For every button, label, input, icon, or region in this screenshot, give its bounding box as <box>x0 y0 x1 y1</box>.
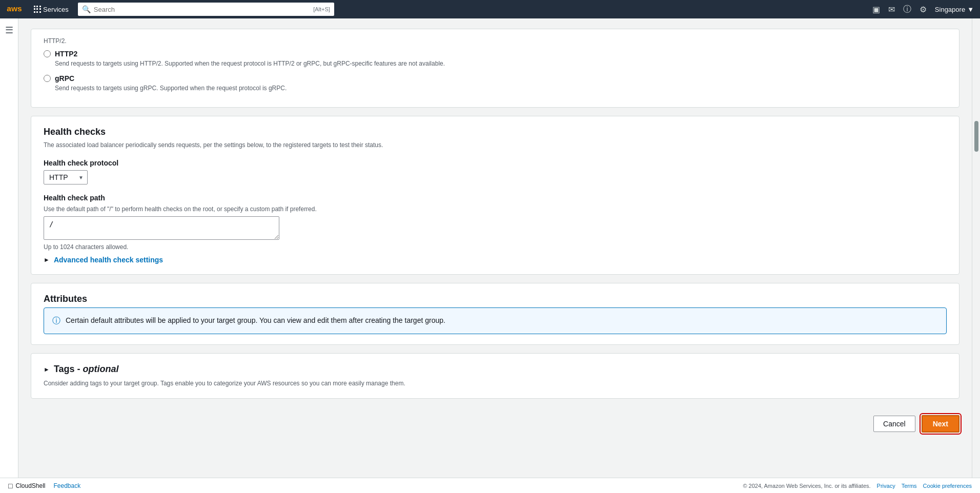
health-check-protocol-select[interactable]: HTTP HTTPS <box>44 170 88 184</box>
http2-option: HTTP2 Send requests to targets using HTT… <box>44 50 947 68</box>
protocol-options-card: HTTP/2. HTTP2 Send requests to targets u… <box>31 29 959 108</box>
terms-link[interactable]: Terms <box>902 483 917 489</box>
http2-desc: Send requests to targets using HTTP/2. S… <box>55 59 947 68</box>
attributes-info-box: ⓘ Certain default attributes will be app… <box>44 307 947 334</box>
protocol-select-wrapper: HTTP HTTPS <box>44 170 88 184</box>
path-field-label: Health check path <box>44 194 947 202</box>
grpc-option: gRPC Send requests to targets using gRPC… <box>44 74 947 93</box>
health-check-path-input[interactable]: / <box>44 216 279 240</box>
grpc-radio[interactable] <box>44 75 51 82</box>
health-checks-title: Health checks <box>44 127 947 137</box>
tags-header: ► Tags - optional <box>44 364 947 375</box>
nav-right-icons: ▣ ✉ ⓘ ⚙ Singapore ▼ <box>872 4 974 15</box>
top-navigation: aws Services 🔍 [Alt+S] ▣ ✉ ⓘ ⚙ Singapore… <box>0 0 980 18</box>
terminal-icon[interactable]: ▣ <box>872 5 880 14</box>
protocol-field-label: Health check protocol <box>44 159 947 167</box>
http2-label[interactable]: HTTP2 <box>55 50 77 58</box>
http2-prefix-text: HTTP/2. <box>44 37 947 45</box>
help-icon[interactable]: ⓘ <box>903 4 911 15</box>
cancel-button[interactable]: Cancel <box>873 416 915 432</box>
next-button[interactable]: Next <box>922 415 959 433</box>
tags-section: ► Tags - optional Consider adding tags t… <box>31 353 959 399</box>
services-label: Services <box>43 6 69 13</box>
expand-arrow-icon: ► <box>44 256 50 263</box>
search-input[interactable] <box>94 6 310 13</box>
right-scrollbar-panel <box>972 18 980 478</box>
cloudshell-label: CloudShell <box>15 482 45 489</box>
region-label: Singapore <box>935 6 965 13</box>
health-checks-desc: The associated load balancer periodicall… <box>44 140 947 150</box>
tags-title: Tags - optional <box>54 364 119 375</box>
cloudshell-icon: □ <box>8 482 12 490</box>
settings-icon[interactable]: ⚙ <box>920 5 927 14</box>
bottom-bar: □ CloudShell Feedback © 2024, Amazon Web… <box>0 478 980 493</box>
copyright-text: © 2024, Amazon Web Services, Inc. or its… <box>743 483 870 489</box>
region-selector[interactable]: Singapore ▼ <box>935 6 974 13</box>
main-layout: ☰ HTTP/2. HTTP2 Send requests to targets… <box>0 18 980 478</box>
main-content: HTTP/2. HTTP2 Send requests to targets u… <box>18 18 972 478</box>
cookie-link[interactable]: Cookie preferences <box>923 483 972 489</box>
aws-logo[interactable]: aws <box>6 4 25 14</box>
health-checks-section: Health checks The associated load balanc… <box>31 116 959 275</box>
tags-expand-icon: ► <box>44 366 50 373</box>
hamburger-icon[interactable]: ☰ <box>5 25 13 36</box>
path-field-note: Up to 1024 characters allowed. <box>44 243 947 251</box>
svg-text:aws: aws <box>7 4 22 13</box>
grpc-desc: Send requests to targets using gRPC. Sup… <box>55 84 947 93</box>
bell-icon[interactable]: ✉ <box>888 5 895 14</box>
search-shortcut: [Alt+S] <box>313 6 330 12</box>
grpc-label[interactable]: gRPC <box>55 74 74 83</box>
search-icon: 🔍 <box>82 5 91 13</box>
feedback-button[interactable]: Feedback <box>54 482 81 489</box>
advanced-label[interactable]: Advanced health check settings <box>54 256 163 264</box>
tags-desc: Consider adding tags to your target grou… <box>44 379 947 388</box>
attributes-info-text: Certain default attributes will be appli… <box>66 315 445 326</box>
cloudshell-button[interactable]: □ CloudShell <box>8 482 46 490</box>
info-icon: ⓘ <box>52 316 60 326</box>
services-button[interactable]: Services <box>31 4 72 15</box>
grid-icon <box>34 6 41 13</box>
sidebar-toggle[interactable]: ☰ <box>0 18 18 478</box>
attributes-section: Attributes ⓘ Certain default attributes … <box>31 283 959 345</box>
privacy-link[interactable]: Privacy <box>877 483 895 489</box>
advanced-health-check-toggle[interactable]: ► Advanced health check settings <box>44 256 947 264</box>
scrollbar-thumb[interactable] <box>974 121 978 152</box>
chevron-down-icon: ▼ <box>967 6 974 13</box>
search-bar[interactable]: 🔍 [Alt+S] <box>78 3 334 16</box>
path-field-hint: Use the default path of "/" to perform h… <box>44 205 947 214</box>
attributes-title: Attributes <box>44 294 947 304</box>
bottom-right: © 2024, Amazon Web Services, Inc. or its… <box>743 483 972 489</box>
tags-optional-label: optional <box>83 364 119 374</box>
http2-radio[interactable] <box>44 50 51 57</box>
tags-title-text: Tags - <box>54 364 80 374</box>
action-bar: Cancel Next <box>31 407 959 437</box>
protocol-select-field: HTTP HTTPS <box>44 170 947 184</box>
